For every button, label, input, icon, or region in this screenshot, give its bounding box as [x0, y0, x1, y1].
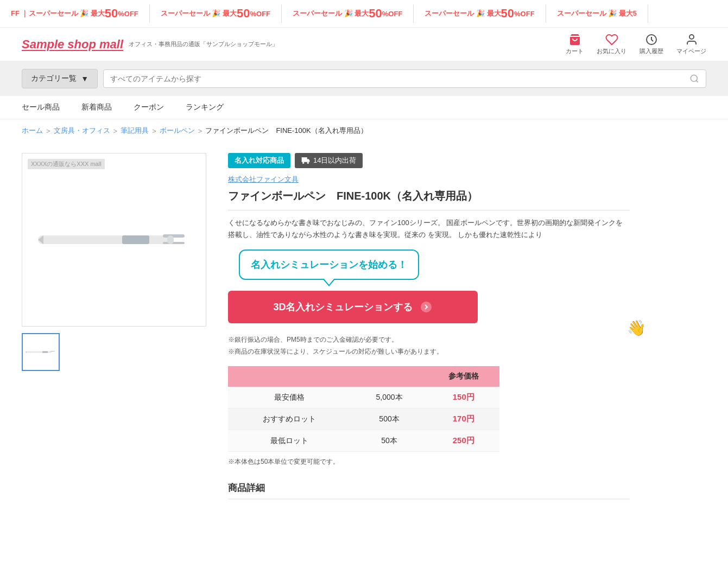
- mypage-button[interactable]: マイページ: [676, 33, 706, 55]
- note-1: ※銀行振込の場合、PM5時までのご入金確認が必要です。: [228, 334, 630, 346]
- product-title: ファインボールペン FINE-100K（名入れ専用品）: [228, 189, 630, 203]
- history-label: 購入履歴: [640, 47, 663, 55]
- svg-rect-9: [163, 242, 185, 244]
- main-product-image: XXXXの通販ならXXX mall: [22, 153, 206, 327]
- favorites-label: お気に入り: [597, 47, 626, 55]
- mypage-label: マイページ: [676, 47, 706, 55]
- header-icons: カート お気に入り 購入履歴 マイページ: [566, 33, 706, 55]
- pen-illustration: [33, 223, 195, 256]
- note-2: ※商品の在庫状況等により、スケジュールの対応が難しい事があります。: [228, 346, 630, 358]
- search-bar-row: カテゴリー覧 ▼: [0, 61, 728, 96]
- ticker-item: スーパーセール 🎉 最大 50 %OFF: [282, 4, 414, 23]
- svg-rect-10: [167, 235, 174, 244]
- logo-area: Sample shop mall オフィス・事務用品の通販「サンプルショップモー…: [22, 37, 566, 52]
- header: Sample shop mall オフィス・事務用品の通販「サンプルショップモー…: [0, 28, 728, 61]
- product-notes: ※銀行振込の場合、PM5時までのご入金確認が必要です。 ※商品の在庫状況等により…: [228, 334, 630, 357]
- breadcrumb-category2[interactable]: 筆記用具: [121, 126, 149, 136]
- nav-item-new[interactable]: 新着商品: [81, 103, 112, 112]
- arrow-right-icon: [420, 301, 433, 314]
- cart-button[interactable]: カート: [566, 33, 584, 55]
- ticker-label: スーパーセール 🎉 最大5: [557, 9, 637, 18]
- divider: [228, 210, 630, 210]
- price-row-recommend: おすすめロット 500本 170円: [228, 408, 499, 430]
- sim-button-wrap: 3D名入れシミュレーションする 👋: [228, 291, 630, 323]
- ticker-label: スーパーセール 🎉 最大: [293, 9, 369, 18]
- badge-delivery: 14日以内出荷: [295, 153, 363, 168]
- svg-point-2: [689, 35, 694, 39]
- price-row-min-qty: 5,000本: [351, 387, 427, 408]
- simulation-area: 名入れシミュレーションを始める！ 3D名入れシミュレーションする 👋: [228, 250, 630, 323]
- ticker-item: スーパーセール 🎉 最大 50 %OFF: [150, 4, 282, 23]
- svg-point-15: [302, 162, 304, 164]
- breadcrumb-category1[interactable]: 文房具・オフィス: [54, 126, 110, 136]
- ticker-banner: FF ｜ スーパーセール 🎉 最大 50 %OFF スーパーセール 🎉 最大 5…: [0, 0, 728, 28]
- price-row-lowest-label: 最低ロット: [228, 430, 351, 452]
- cart-icon: [568, 33, 581, 46]
- badges: 名入れ対応商品 14日以内出荷: [228, 153, 630, 168]
- category-label: カテゴリー覧: [31, 74, 77, 84]
- svg-rect-8: [163, 234, 185, 238]
- svg-point-17: [421, 302, 432, 312]
- cursor-hand-icon: 👋: [627, 319, 646, 337]
- cart-label: カート: [566, 47, 584, 55]
- ticker-item: FF ｜ スーパーセール 🎉 最大 50 %OFF: [0, 4, 150, 23]
- history-button[interactable]: 購入履歴: [640, 33, 663, 55]
- price-row-lowest: 最低ロット 50本 250円: [228, 430, 499, 452]
- nav-item-sale[interactable]: セール商品: [22, 103, 60, 112]
- svg-point-3: [691, 75, 697, 81]
- truck-icon: [301, 156, 310, 165]
- price-row-min-price: 150円: [428, 387, 499, 408]
- price-row-recommend-qty: 500本: [351, 408, 427, 430]
- thumbnail-row: [22, 333, 206, 371]
- breadcrumb: ホーム > 文房具・オフィス > 筆記用具 > ボールペン > ファインボールペ…: [0, 119, 728, 142]
- svg-point-16: [307, 162, 309, 164]
- image-placeholder-label: XXXXの通販ならXXX mall: [28, 159, 105, 169]
- breadcrumb-sep: >: [46, 127, 50, 135]
- favorites-button[interactable]: お気に入り: [597, 33, 626, 55]
- svg-rect-14: [50, 351, 55, 351]
- breadcrumb-home[interactable]: ホーム: [22, 126, 43, 136]
- breadcrumb-sep: >: [113, 127, 118, 135]
- section-title-details: 商品詳細: [228, 477, 630, 500]
- company-name[interactable]: 株式会社ファイン文具: [228, 175, 630, 184]
- svg-rect-12: [42, 351, 48, 353]
- price-table: 参考価格 最安価格 5,000本 150円 おすすめロット 500本 170円 …: [228, 366, 499, 452]
- sim-button-label: 3D名入れシミュレーションする: [273, 301, 413, 314]
- product-container: XXXXの通販ならXXX mall: [0, 142, 651, 521]
- nav-item-ranking[interactable]: ランキング: [186, 103, 224, 112]
- nav-item-coupon[interactable]: クーポン: [134, 103, 164, 112]
- price-table-col-header: 参考価格: [428, 366, 499, 387]
- price-row-min-label: 最安価格: [228, 387, 351, 408]
- thumbnail-1[interactable]: [22, 333, 60, 371]
- ticker-label: スーパーセール 🎉 最大: [425, 9, 501, 18]
- chevron-down-icon: ▼: [81, 74, 88, 83]
- breadcrumb-current: ファインボールペン FINE-100K（名入れ専用品）: [205, 126, 367, 136]
- category-dropdown[interactable]: カテゴリー覧 ▼: [22, 69, 98, 88]
- price-row-recommend-label: おすすめロット: [228, 408, 351, 430]
- product-info: 名入れ対応商品 14日以内出荷 株式会社ファイン文具 ファインボールペン FIN…: [228, 153, 630, 500]
- logo-subtitle: オフィス・事務用品の通販「サンプルショップモール」: [129, 40, 278, 48]
- breadcrumb-sep: >: [152, 127, 156, 135]
- svg-rect-6: [122, 235, 149, 244]
- search-input-wrap: [103, 69, 706, 88]
- badge-naire: 名入れ対応商品: [228, 153, 290, 168]
- breadcrumb-category3[interactable]: ボールペン: [160, 126, 195, 136]
- price-row-lowest-price: 250円: [428, 430, 499, 452]
- badge-delivery-label: 14日以内出荷: [313, 156, 356, 165]
- svg-line-4: [696, 80, 698, 82]
- ticker-label: スーパーセール 🎉 最大: [29, 9, 105, 18]
- price-row-lowest-qty: 50本: [351, 430, 427, 452]
- product-description: くせになるなめらかな書き味でおなじみの、ファイン100シリーズ。 国産ボールペン…: [228, 217, 630, 241]
- price-row-recommend-price: 170円: [428, 408, 499, 430]
- nav-row: セール商品 新着商品 クーポン ランキング: [0, 96, 728, 119]
- sim-tooltip: 名入れシミュレーションを始める！: [239, 250, 419, 280]
- ticker-item: スーパーセール 🎉 最大 50 %OFF: [414, 4, 546, 23]
- price-table-note: ※本体色は50本単位で変更可能です。: [228, 457, 630, 466]
- ticker-label: スーパーセール 🎉 最大: [161, 9, 237, 18]
- history-icon: [645, 33, 658, 46]
- logo[interactable]: Sample shop mall: [22, 37, 123, 52]
- search-icon: [689, 74, 699, 84]
- search-input[interactable]: [110, 70, 689, 87]
- price-table-col-type: [228, 366, 351, 387]
- simulation-button[interactable]: 3D名入れシミュレーションする: [228, 291, 478, 323]
